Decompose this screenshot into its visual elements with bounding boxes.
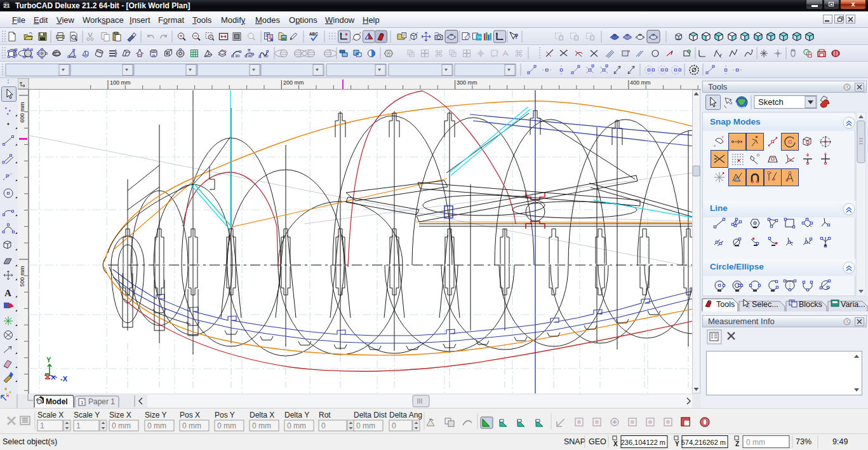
svg-text:1: 1 bbox=[76, 421, 81, 430]
svg-text:X: X bbox=[613, 440, 618, 447]
svg-text:Delta Ang: Delta Ang bbox=[389, 411, 422, 419]
svg-text:300 mm: 300 mm bbox=[457, 79, 477, 86]
svg-text:1: 1 bbox=[81, 400, 84, 406]
svg-text:Varia...: Varia... bbox=[841, 300, 865, 309]
svg-text::: : bbox=[748, 304, 750, 310]
svg-text:Size X: Size X bbox=[109, 411, 131, 419]
svg-text:Delta Y: Delta Y bbox=[284, 411, 309, 419]
svg-text:100 mm: 100 mm bbox=[110, 79, 131, 86]
svg-text:3D: 3D bbox=[235, 54, 240, 58]
svg-text:Y: Y bbox=[721, 135, 724, 139]
svg-text:3D: 3D bbox=[264, 54, 269, 58]
svg-text:0 mm: 0 mm bbox=[356, 421, 375, 430]
svg-text:Tools: Tools bbox=[716, 300, 735, 309]
svg-text:200 mm: 200 mm bbox=[283, 79, 304, 86]
svg-text:Model: Model bbox=[46, 397, 68, 406]
svg-text:0 mm: 0 mm bbox=[252, 421, 271, 430]
svg-text:A: A bbox=[4, 288, 11, 298]
svg-text:9:49: 9:49 bbox=[832, 437, 848, 446]
svg-text:Scale Y: Scale Y bbox=[74, 411, 100, 419]
svg-text:0 mm: 0 mm bbox=[147, 421, 166, 430]
svg-text:Sketch: Sketch bbox=[758, 97, 784, 107]
svg-text:236,104122 m: 236,104122 m bbox=[621, 439, 665, 446]
svg-text:Select object(s): Select object(s) bbox=[3, 437, 57, 446]
svg-text:Delta X: Delta X bbox=[250, 411, 274, 419]
svg-text:Z: Z bbox=[735, 440, 739, 447]
svg-text:Scale X: Scale X bbox=[37, 411, 63, 419]
svg-text:0 mm: 0 mm bbox=[182, 421, 201, 430]
svg-text:GEO: GEO bbox=[589, 437, 606, 446]
svg-text:Delta Dist: Delta Dist bbox=[354, 411, 387, 419]
svg-text:600 mm: 600 mm bbox=[19, 102, 25, 123]
svg-text:Pos X: Pos X bbox=[180, 411, 200, 419]
svg-text:0: 0 bbox=[392, 421, 396, 430]
svg-text:Pos Y: Pos Y bbox=[215, 411, 235, 419]
svg-text:0 mm: 0 mm bbox=[287, 421, 306, 430]
svg-text:0 mm: 0 mm bbox=[112, 421, 131, 430]
svg-text:0: 0 bbox=[321, 421, 326, 430]
svg-text:Selec...: Selec... bbox=[752, 300, 778, 309]
svg-text:0 mm: 0 mm bbox=[746, 438, 765, 447]
svg-text:500 mm: 500 mm bbox=[19, 266, 25, 287]
svg-text:SNAP: SNAP bbox=[564, 437, 585, 446]
svg-text:Rot: Rot bbox=[319, 411, 331, 419]
svg-text:Size Y: Size Y bbox=[145, 411, 166, 419]
svg-text:?: ? bbox=[514, 33, 518, 40]
svg-text:Paper 1: Paper 1 bbox=[88, 397, 115, 406]
svg-text:400 mm: 400 mm bbox=[630, 79, 651, 86]
svg-text:73%: 73% bbox=[796, 437, 811, 446]
svg-text:0 mm: 0 mm bbox=[217, 421, 236, 430]
svg-text:Blocks: Blocks bbox=[799, 300, 822, 309]
svg-text:Y: Y bbox=[46, 356, 51, 364]
svg-text:1: 1 bbox=[40, 421, 44, 430]
svg-text:574,216262 m: 574,216262 m bbox=[681, 439, 726, 446]
svg-text:-X: -X bbox=[60, 375, 68, 383]
svg-text:Y: Y bbox=[675, 440, 679, 447]
svg-text:x: x bbox=[714, 144, 716, 147]
